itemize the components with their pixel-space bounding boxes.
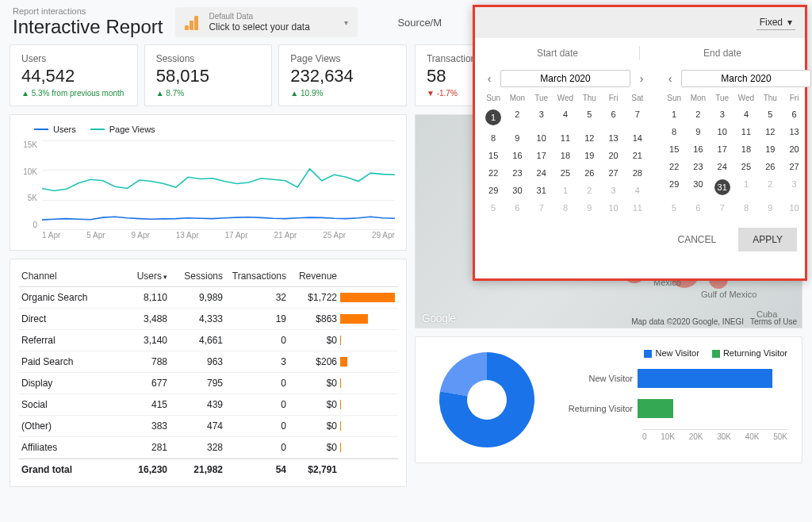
calendar-day[interactable]: 17	[710, 140, 734, 158]
calendar-day[interactable]: 11	[553, 129, 577, 147]
calendar-day[interactable]: 4	[626, 182, 649, 199]
calendar-day[interactable]: 10	[710, 123, 734, 140]
calendar-day[interactable]: 9	[577, 199, 601, 217]
table-row[interactable]: Social4154390$0	[18, 394, 398, 416]
table-row[interactable]: Referral3,1404,6610$0	[18, 330, 398, 351]
table-row[interactable]: Direct3,4884,33319$863	[18, 309, 398, 330]
calendar-day[interactable]: 17	[530, 147, 553, 164]
calendar-day[interactable]: 9	[505, 129, 529, 147]
calendar-day[interactable]: 10	[782, 199, 806, 217]
calendar-day[interactable]: 5	[758, 106, 782, 123]
calendar-day[interactable]: 19	[577, 147, 601, 164]
th-transactions[interactable]: Transactions	[228, 271, 291, 282]
metric-sessions[interactable]: Sessions 58,015 ▲ 8.7%	[144, 44, 273, 106]
legend-users[interactable]: Users	[34, 125, 76, 134]
calendar-day[interactable]: 2	[686, 106, 710, 123]
calendar-day[interactable]: 2	[758, 175, 782, 199]
th-users[interactable]: Users▾	[117, 271, 172, 282]
metric-users[interactable]: Users 44,542 ▲ 5.3% from previous month	[10, 44, 138, 106]
calendar-day[interactable]: 6	[782, 106, 806, 123]
calendar-day[interactable]: 10	[601, 199, 625, 217]
legend-item[interactable]: New Visitor	[644, 348, 699, 358]
calendar-day[interactable]: 23	[686, 158, 710, 175]
calendar-day[interactable]: 15	[662, 140, 686, 158]
calendar-day[interactable]: 7	[626, 106, 649, 129]
calendar-day[interactable]: 4	[806, 175, 812, 199]
calendar-day[interactable]: 8	[662, 123, 686, 140]
calendar-day[interactable]: 28	[626, 164, 649, 182]
data-selector[interactable]: Default Data Click to select your data ▾	[175, 7, 358, 37]
calendar-day[interactable]: 5	[577, 106, 601, 129]
calendar-day[interactable]: 3	[710, 106, 734, 123]
calendar-day[interactable]: 18	[734, 140, 758, 158]
calendar-day[interactable]: 3	[530, 106, 553, 129]
calendar-day[interactable]: 8	[553, 199, 577, 217]
start-date-tab[interactable]: Start date	[475, 38, 640, 68]
calendar-day[interactable]: 14	[626, 129, 649, 147]
prev-month-button[interactable]: ‹	[662, 71, 678, 86]
end-date-tab[interactable]: End date	[640, 38, 805, 68]
apply-button[interactable]: APPLY	[738, 228, 797, 251]
calendar-day[interactable]: 4	[553, 106, 577, 129]
calendar-day[interactable]: 20	[601, 147, 625, 164]
calendar-day[interactable]: 8	[734, 199, 758, 217]
calendar-day[interactable]: 5	[481, 199, 505, 217]
calendar-day[interactable]: 27	[782, 158, 806, 175]
calendar-day[interactable]: 11	[806, 199, 812, 217]
calendar-day[interactable]: 23	[505, 164, 529, 182]
calendar-day[interactable]: 6	[505, 199, 529, 217]
table-row[interactable]: Affiliates2813280$0	[18, 437, 398, 459]
table-row[interactable]: (Other)3834740$0	[18, 416, 398, 437]
calendar-day[interactable]: 16	[686, 140, 710, 158]
calendar-day[interactable]: 4	[734, 106, 758, 123]
breadcrumb[interactable]: Report interactions	[13, 6, 163, 16]
calendar-day[interactable]: 19	[758, 140, 782, 158]
calendar-day[interactable]: 1	[734, 175, 758, 199]
calendar-day[interactable]: 31	[530, 182, 553, 199]
calendar-day[interactable]: 6	[601, 106, 625, 129]
calendar-day[interactable]: 27	[601, 164, 625, 182]
calendar-day[interactable]: 12	[758, 123, 782, 140]
calendar-day[interactable]: 6	[686, 199, 710, 217]
calendar-day[interactable]: 7	[530, 199, 553, 217]
calendar-day[interactable]: 15	[481, 147, 505, 164]
calendar-day[interactable]: 5	[662, 199, 686, 217]
calendar-day[interactable]: 26	[577, 164, 601, 182]
legend-item[interactable]: Returning Visitor	[712, 348, 787, 358]
calendar-day[interactable]: 1	[481, 106, 505, 129]
table-row[interactable]: Organic Search8,1109,98932$1,722	[18, 287, 398, 309]
calendar-day[interactable]: 31	[710, 175, 734, 199]
th-channel[interactable]: Channel	[21, 271, 117, 282]
prev-month-button[interactable]: ‹	[481, 71, 497, 86]
calendar-day[interactable]: 7	[806, 106, 812, 123]
calendar-day[interactable]: 21	[806, 140, 812, 158]
table-row[interactable]: Display6777950$0	[18, 373, 398, 394]
calendar-day[interactable]: 25	[553, 164, 577, 182]
calendar-day[interactable]: 29	[481, 182, 505, 199]
next-month-button[interactable]: ›	[634, 71, 649, 86]
metric-page-views[interactable]: Page Views 232,634 ▲ 10.9%	[278, 44, 407, 106]
cancel-button[interactable]: CANCEL	[664, 228, 731, 251]
month-input-left[interactable]	[500, 70, 630, 87]
map-terms-link[interactable]: Terms of Use	[750, 317, 797, 326]
calendar-day[interactable]: 24	[530, 164, 553, 182]
calendar-day[interactable]: 30	[686, 175, 710, 199]
calendar-day[interactable]: 21	[626, 147, 649, 164]
calendar-day[interactable]: 29	[662, 175, 686, 199]
calendar-day[interactable]: 3	[782, 175, 806, 199]
calendar-day[interactable]: 8	[481, 129, 505, 147]
table-row[interactable]: Paid Search7889633$206	[18, 351, 398, 373]
legend-page-views[interactable]: Page Views	[90, 125, 155, 134]
calendar-day[interactable]: 2	[505, 106, 529, 129]
calendar-day[interactable]: 30	[505, 182, 529, 199]
calendar-day[interactable]: 3	[601, 182, 625, 199]
calendar-day[interactable]: 28	[806, 158, 812, 175]
calendar-day[interactable]: 13	[601, 129, 625, 147]
calendar-day[interactable]: 9	[758, 199, 782, 217]
calendar-day[interactable]: 12	[577, 129, 601, 147]
calendar-day[interactable]: 11	[626, 199, 649, 217]
calendar-day[interactable]: 13	[782, 123, 806, 140]
calendar-day[interactable]: 22	[662, 158, 686, 175]
calendar-day[interactable]: 20	[782, 140, 806, 158]
calendar-day[interactable]: 1	[553, 182, 577, 199]
